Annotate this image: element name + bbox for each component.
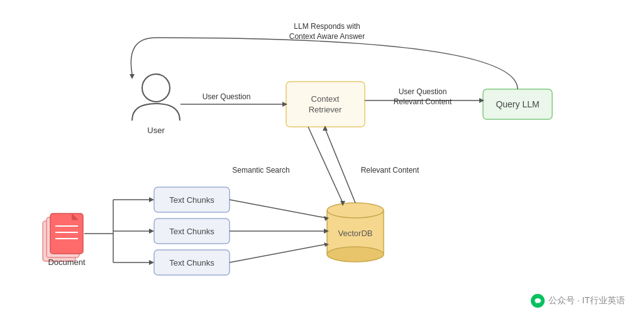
text-chunk-3-label: Text Chunks [169,258,214,268]
context-retriever-label: Retriever [309,105,342,114]
diagram: Document Text Chunks Text Chunks Text Ch… [0,0,644,319]
document-label: Document [48,257,86,267]
watermark-text: 公众号 · IT行业英语 [548,295,625,306]
llm-responds-label2: Context Aware Answer [289,32,365,41]
svg-rect-0 [0,0,644,319]
relevant-content-label: Relevant Content [361,166,419,175]
svg-text:Context: Context [311,94,340,104]
architecture-svg: Document Text Chunks Text Chunks Text Ch… [0,0,644,319]
svg-point-16 [327,203,384,218]
watermark: 公众号 · IT行业英语 [531,294,625,308]
user-question-label: User Question [203,92,251,101]
text-chunk-2-label: Text Chunks [169,227,214,236]
svg-point-17 [327,247,384,262]
cr-to-llm-label2: Relevant Content [394,97,452,106]
vectordb-label: VectorDB [338,229,373,238]
llm-responds-label1: LLM Responds with [294,22,360,31]
query-llm-label: Query LLM [496,99,539,109]
cr-to-llm-label1: User Question [399,87,447,96]
user-label: User [147,126,165,135]
semantic-search-label: Semantic Search [232,166,289,175]
wechat-icon [531,294,545,308]
context-retriever-box [286,82,365,127]
text-chunk-1-label: Text Chunks [169,195,214,205]
